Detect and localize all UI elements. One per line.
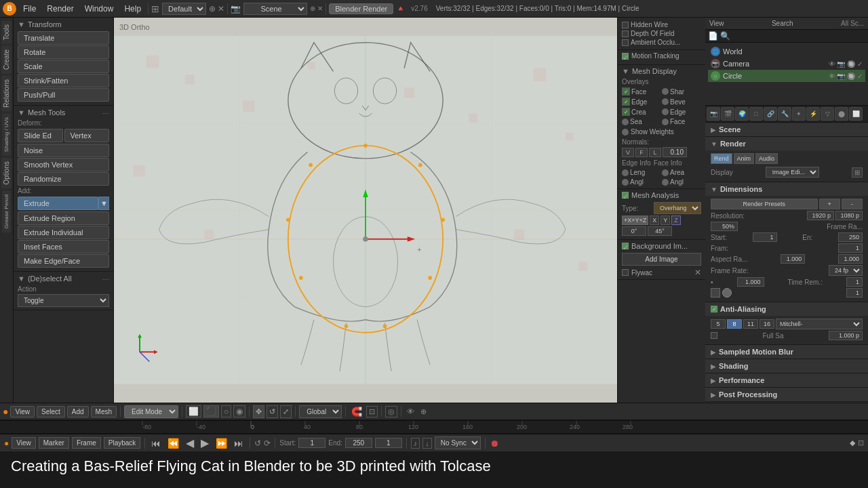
axis-xyz-btn[interactable]: +X+Y+Z xyxy=(622,216,648,225)
props-tab-data[interactable]: ▽ xyxy=(821,107,834,121)
full-sa-checkbox[interactable] xyxy=(711,332,717,339)
aa-header[interactable]: ✓ Anti-Aliasing xyxy=(705,302,868,316)
aspect-x-input[interactable] xyxy=(781,254,805,264)
normals-size-input[interactable] xyxy=(663,147,687,157)
props-tab-constraints[interactable]: 🔗 xyxy=(764,107,777,121)
aspect-y-input[interactable] xyxy=(838,254,863,264)
loop-icon[interactable]: ↺ xyxy=(254,439,261,448)
mesh-analysis-checkbox[interactable]: ✓ xyxy=(622,192,629,199)
extrude-region-btn[interactable]: Extrude Region xyxy=(18,211,109,225)
framerate-select[interactable]: 24 fps xyxy=(829,265,863,276)
tab-grease-pencil[interactable]: Grease Pencil xyxy=(2,190,11,232)
extrude-dropdown-arrow[interactable]: ▼ xyxy=(98,197,109,210)
file-menu[interactable]: File xyxy=(19,3,40,15)
sample-11[interactable] xyxy=(743,319,758,329)
extrude-btn[interactable]: Extrude xyxy=(18,197,98,210)
slide-ed-btn[interactable]: Slide Ed xyxy=(18,129,63,142)
tab-relations[interactable]: Relations xyxy=(1,75,12,112)
move-icon[interactable]: ✥ xyxy=(253,405,264,418)
overlay-face-check[interactable]: ✓ xyxy=(622,87,630,96)
shade-render-icon[interactable]: ◉ xyxy=(233,405,245,418)
randomize-btn[interactable]: Randomize xyxy=(18,172,109,186)
tab-create[interactable]: Create xyxy=(1,45,12,74)
perf-header[interactable]: ▶ Performance xyxy=(705,373,868,387)
frame-btn[interactable]: Frame xyxy=(72,437,101,449)
mesh-display-title[interactable]: ▼ Mesh Display xyxy=(622,67,701,75)
hidden-wire-checkbox[interactable] xyxy=(622,22,629,28)
overlay-beve-check[interactable] xyxy=(662,98,669,105)
camera-item[interactable]: 📷 Camera 👁 📷 🔘 ✓ xyxy=(708,58,865,70)
frame-drop-icon[interactable]: ↓ xyxy=(422,438,432,449)
circle-item[interactable]: ○ Circle 👁 📷 🔘 ✓ xyxy=(708,70,865,82)
scene-select[interactable]: Scene xyxy=(243,3,307,15)
bg-image-checkbox[interactable]: ✓ xyxy=(622,243,629,249)
motion-tracking-checkbox[interactable]: ✓ xyxy=(622,53,629,60)
rend-btn[interactable]: Rend xyxy=(711,153,732,164)
bc-snap-icon[interactable]: ⊡ xyxy=(858,439,864,447)
axis-y-btn[interactable]: Y xyxy=(660,216,670,225)
flywire-checkbox[interactable] xyxy=(622,269,629,276)
pp-header[interactable]: ▶ Post Processing xyxy=(705,388,868,401)
select-btn[interactable]: Select xyxy=(37,406,65,418)
deselect-title[interactable]: ▼ (De)select All --- xyxy=(18,274,109,283)
pivot-select[interactable]: Global xyxy=(299,405,342,418)
start-val-ctrl[interactable] xyxy=(298,438,326,448)
play-back-icon[interactable]: ◀ xyxy=(184,436,196,449)
view-btn[interactable]: View xyxy=(10,406,35,418)
rotate-btn[interactable]: Rotate xyxy=(18,45,109,59)
search-btn[interactable]: Search xyxy=(772,20,793,27)
noise-btn[interactable]: Noise xyxy=(18,144,109,157)
res-percent-input[interactable] xyxy=(711,222,738,231)
render-presets-btn[interactable]: Render Presets xyxy=(711,199,818,209)
add-image-btn[interactable]: Add Image xyxy=(622,253,701,266)
add-btn[interactable]: Add xyxy=(67,406,89,418)
props-tab-texture[interactable]: ⬜ xyxy=(849,107,863,121)
gizmo-icon[interactable]: ⊕ xyxy=(418,407,429,417)
dimensions-header[interactable]: ▼ Dimensions xyxy=(705,182,868,196)
props-tab-physics[interactable]: ⚡ xyxy=(806,107,820,121)
shrink-fatten-btn[interactable]: Shrink/Fatten xyxy=(18,74,109,87)
edge-angl-check[interactable] xyxy=(622,179,629,186)
rp-remove-btn[interactable]: - xyxy=(842,199,863,209)
start-input[interactable] xyxy=(753,232,777,242)
tab-tools[interactable]: Tools xyxy=(1,20,12,44)
mesh-tools-title[interactable]: ▼ Mesh Tools --- xyxy=(18,108,109,117)
timerem-val[interactable] xyxy=(846,277,863,287)
help-menu[interactable]: Help xyxy=(120,3,145,15)
proportional-icon[interactable]: ◎ xyxy=(385,406,397,418)
sample-16[interactable] xyxy=(760,319,774,329)
type-select[interactable]: Overhang xyxy=(654,202,701,214)
sync-select[interactable]: No Sync xyxy=(435,436,481,449)
sample-5[interactable] xyxy=(711,319,726,329)
motion-tracking-title[interactable]: ✓ Motion Tracking xyxy=(622,52,701,60)
loop2-icon[interactable]: ⟳ xyxy=(264,439,271,448)
sample-8[interactable] xyxy=(727,319,742,329)
color-box1[interactable] xyxy=(711,288,720,298)
push-pull-btn[interactable]: Push/Pull xyxy=(18,88,109,102)
res-x-input[interactable] xyxy=(807,211,834,220)
display-select[interactable]: Image Edi... xyxy=(766,167,819,178)
record-btn[interactable]: ⏺ xyxy=(490,438,499,449)
angle1-input[interactable] xyxy=(622,226,646,236)
props-tab-particles[interactable]: ✦ xyxy=(792,107,806,121)
mesh-btn[interactable]: Mesh xyxy=(91,406,117,418)
normal-face-btn[interactable]: F xyxy=(635,148,648,157)
shading-header[interactable]: ▶ Shading xyxy=(705,359,868,373)
timerem-input[interactable] xyxy=(737,277,764,287)
window-menu[interactable]: Window xyxy=(81,3,118,15)
inset-faces-btn[interactable]: Inset Faces xyxy=(18,240,109,253)
smooth-vertex-btn[interactable]: Smooth Vertex xyxy=(18,158,109,171)
props-tab-object[interactable]: □ xyxy=(749,107,763,121)
props-tab-render[interactable]: 📷 xyxy=(707,107,720,121)
render-header[interactable]: ▼ Render xyxy=(705,137,868,150)
mode-select[interactable]: Edit Mode xyxy=(124,405,178,418)
play-icon[interactable]: ▶ xyxy=(199,436,211,449)
magnet-icon[interactable]: 🧲 xyxy=(349,406,364,418)
overlay-icon[interactable]: 👁 xyxy=(405,407,416,416)
rp-add-btn[interactable]: + xyxy=(819,199,840,209)
extrude-individual-btn[interactable]: Extrude Individual xyxy=(18,226,109,239)
overlay-edge2-check[interactable] xyxy=(662,108,669,115)
show-weights-check[interactable] xyxy=(622,129,629,136)
transform-title[interactable]: ▼ Transform xyxy=(18,20,109,28)
step-back-icon[interactable]: ⏪ xyxy=(165,438,181,449)
